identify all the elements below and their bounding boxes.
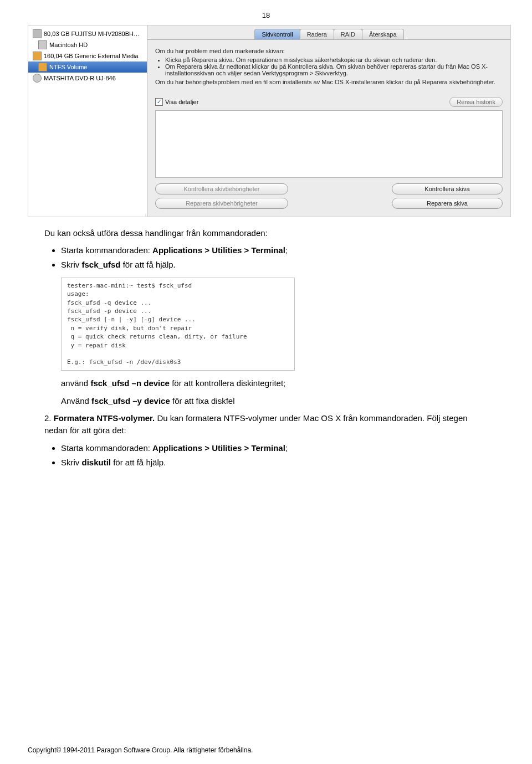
optical-drive-icon [33,74,42,83]
info-permissions: Om du har behörighetsproblem med en fil … [155,78,503,86]
verify-permissions-button[interactable]: Kontrollera skivbehörigheter [155,183,288,194]
list-item: Starta kommandoraden: Applications > Uti… [61,442,488,454]
disk-icon [33,29,42,38]
info-panel: Om du har problem med den markerade skiv… [147,40,510,94]
external-disk-icon [38,63,47,71]
sidebar-label: MATSHITA DVD-R UJ-846 [44,75,116,81]
paragraph: Du kan också utföra dessa handlingar frå… [44,227,488,239]
numbered-item-2: 2. Formatera NTFS-volymer. Du kan format… [44,412,488,437]
info-heading: Om du har problem med den markerade skiv… [155,47,503,55]
tab-skivkontroll[interactable]: Skivkontroll [254,29,300,39]
sidebar-label: 160,04 GB Generic External Media [44,53,139,59]
tab-aterskapa[interactable]: Återskapa [362,29,404,39]
sidebar-label: Macintosh HD [49,42,88,48]
sidebar-item-fujitsu[interactable]: 80,03 GB FUJITSU MHV2080BH… [28,28,147,39]
checkbox-icon: ✓ [155,98,163,106]
disk-utility-main: Skivkontroll Radera RAID Återskapa Om du… [147,25,510,217]
list-item: Starta kommandoraden: Applications > Uti… [61,244,488,257]
tab-raid[interactable]: RAID [334,29,362,39]
line-verify: använd fsck_ufsd –n device för att kontr… [61,377,488,389]
sidebar-label: 80,03 GB FUJITSU MHV2080BH… [44,30,140,37]
info-bullet: Klicka på Reparera skiva. Om reparatione… [165,57,503,63]
tab-bar: Skivkontroll Radera RAID Återskapa [147,25,510,40]
info-bullet: Om Reparera skiva är nedtonat klickar du… [165,63,503,76]
list-item: Skriv diskutil för att få hjälp. [61,457,488,469]
disk-utility-window: 80,03 GB FUJITSU MHV2080BH… Macintosh HD… [28,25,511,217]
hd-icon [38,40,47,49]
sidebar-item-macintosh-hd[interactable]: Macintosh HD [28,39,147,50]
line-repair: Använd fsck_ufsd –y device för att fixa … [61,395,488,407]
terminal-screenshot: testers-mac-mini:~ test$ fsck_ufsd usage… [61,278,295,371]
disk-sidebar: 80,03 GB FUJITSU MHV2080BH… Macintosh HD… [28,25,147,217]
page-number: 18 [28,11,504,19]
show-details-checkbox[interactable]: ✓ Visa detaljer [155,98,198,106]
sidebar-item-ntfs-volume[interactable]: NTFS Volume [28,61,147,73]
repair-disk-button[interactable]: Reparera skiva [392,198,503,209]
checkbox-label: Visa detaljer [165,99,198,105]
sidebar-resizer[interactable]: ⋮ [144,213,147,217]
repair-permissions-button[interactable]: Reparera skivbehörigheter [155,198,288,209]
sidebar-item-dvd[interactable]: MATSHITA DVD-R UJ-846 [28,73,147,84]
verify-disk-button[interactable]: Kontrollera skiva [392,183,503,194]
document-body: Du kan också utföra dessa handlingar frå… [44,227,488,469]
sidebar-item-external[interactable]: 160,04 GB Generic External Media [28,50,147,61]
log-area [155,110,503,178]
list-item: Skriv fsck_ufsd för att få hjälp. [61,259,488,271]
tab-radera[interactable]: Radera [300,29,334,39]
sidebar-label: NTFS Volume [49,64,87,70]
clear-history-button[interactable]: Rensa historik [449,97,503,107]
copyright: Copyright© 1994-2011 Paragon Software Gr… [28,746,253,754]
external-disk-icon [33,52,42,60]
